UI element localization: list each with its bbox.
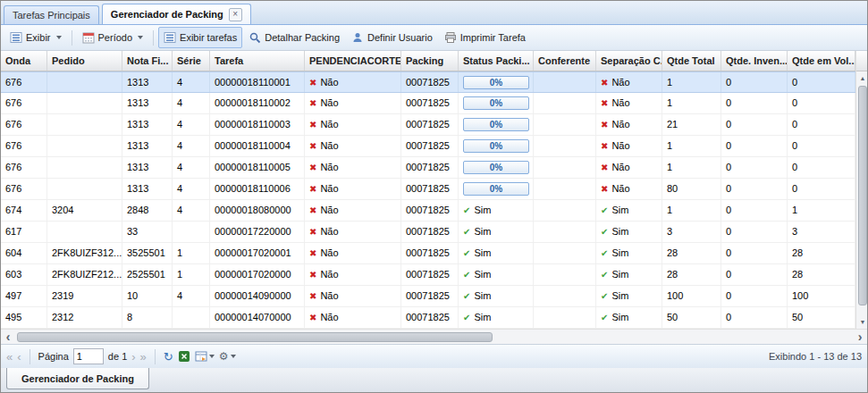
column-header-pedido[interactable]: Pedido	[47, 51, 122, 71]
scroll-down-icon[interactable]: ▼	[856, 315, 868, 329]
column-header-serie[interactable]: Série	[173, 51, 210, 71]
cell-tarefa: 00000018080000	[210, 200, 305, 221]
cell-text: Não	[320, 205, 338, 215]
cross-icon: ✖	[601, 98, 608, 108]
cell-qtde_total: 1	[662, 157, 721, 178]
column-header-qtde_inven[interactable]: Qtde. Inven...	[721, 51, 788, 71]
column-header-separacao[interactable]: Separação C...	[596, 51, 662, 71]
column-header-nota[interactable]: Nota Fi...	[122, 51, 173, 71]
packing-progress-bar: 0%	[463, 76, 529, 89]
cell-pendencia: ✖Não	[305, 157, 401, 178]
cell-qtde_total: 50	[662, 307, 721, 328]
page-input[interactable]	[73, 348, 104, 364]
table-row[interactable]: 6761313400000018110005✖Não000718250%✖Não…	[1, 157, 855, 179]
cell-pedido	[47, 114, 122, 135]
vertical-scrollbar[interactable]: ▲ ▼	[855, 51, 868, 329]
cell-pedido	[47, 157, 122, 178]
table-row[interactable]: 4952312800000014070000✖Não00071825✔Sim✔S…	[1, 307, 855, 329]
scroll-up-icon[interactable]: ▲	[856, 71, 868, 85]
check-icon: ✔	[601, 248, 608, 258]
cell-serie	[173, 222, 210, 242]
table-row[interactable]: 6761313400000018110001✖Não000718250%✖Não…	[1, 71, 855, 93]
column-header-onda[interactable]: Onda	[1, 51, 47, 71]
cell-conferente	[534, 179, 596, 199]
horizontal-scroll-thumb[interactable]	[17, 332, 493, 342]
detalhar-packing-button[interactable]: Detalhar Packing	[243, 27, 345, 48]
vertical-scroll-thumb[interactable]	[858, 86, 867, 305]
column-header-qtde_vol[interactable]: Qtde em Vol...	[788, 51, 855, 71]
cell-packing: 00071825	[401, 264, 459, 285]
cell-packing: 00071825	[401, 222, 459, 242]
cell-packing: 00071825	[401, 307, 459, 328]
scroll-left-icon[interactable]: ‹	[1, 330, 15, 344]
table-row[interactable]: 497231910400000014090000✖Não00071825✔Sim…	[1, 286, 855, 307]
cell-qtde_inven: 0	[721, 264, 788, 285]
cell-text: Não	[320, 247, 338, 258]
cell-separacao: ✔Sim	[596, 243, 662, 263]
close-icon[interactable]: ×	[229, 8, 242, 21]
cell-status: ✔Sim	[459, 243, 534, 263]
cell-pedido: 2319	[47, 286, 122, 306]
definir-usuario-button[interactable]: Definir Usuario	[346, 27, 438, 48]
cell-conferente	[534, 307, 596, 328]
cell-text: Sim	[611, 226, 628, 237]
cell-onda: 676	[1, 136, 47, 156]
cell-nota: 1313	[122, 157, 173, 178]
cell-qtde_total: 3	[662, 222, 721, 242]
cell-pedido	[47, 136, 122, 156]
table-row[interactable]: 6761313400000018110004✖Não000718250%✖Não…	[1, 136, 855, 157]
column-header-conferente[interactable]: Conferente	[534, 51, 596, 71]
cell-qtde_inven: 0	[721, 93, 788, 113]
table-row[interactable]: 67432042848400000018080000✖Não00071825✔S…	[1, 200, 855, 222]
column-header-tarefa[interactable]: Tarefa	[210, 51, 305, 71]
table-row[interactable]: 6173300000017220000✖Não00071825✔Sim✔Sim3…	[1, 222, 855, 243]
cell-text: Sim	[611, 312, 628, 322]
table-row[interactable]: 6761313400000018110006✖Não000718250%✖Não…	[1, 179, 855, 200]
tab-label: Tarefas Principais	[13, 10, 90, 21]
refresh-button[interactable]: ↻	[164, 351, 173, 363]
column-header-packing[interactable]: Packing	[401, 51, 459, 71]
cell-nota: 2848	[122, 200, 173, 221]
toolbar-separator	[153, 30, 154, 46]
column-header-qtde_total[interactable]: Qtde Total	[662, 51, 721, 71]
cell-onda: 495	[1, 307, 47, 328]
cell-tarefa: 00000018110004	[210, 136, 305, 156]
tab-tarefas-principais[interactable]: Tarefas Principais	[4, 5, 99, 24]
settings-button[interactable]: ⚙	[219, 351, 236, 362]
cell-status: ✔Sim	[459, 200, 534, 221]
check-icon: ✔	[463, 227, 470, 237]
cell-pendencia: ✖Não	[305, 307, 401, 328]
page-label: Página	[38, 351, 69, 362]
scroll-right-icon[interactable]: ›	[853, 330, 867, 344]
horizontal-scrollbar[interactable]: ‹ ›	[1, 329, 867, 344]
export-excel-button[interactable]	[178, 350, 190, 363]
column-header-status[interactable]: Status Packi...	[459, 51, 534, 71]
table-row[interactable]: 6761313400000018110002✖Não000718250%✖Não…	[1, 93, 855, 114]
cell-text: Não	[320, 77, 338, 88]
tab-gerenciador-packing[interactable]: Gerenciador de Packing ×	[102, 4, 251, 24]
table-row[interactable]: 6032FK8UIZF212...2525501100000017020000✖…	[1, 264, 855, 286]
toolbar-separator	[155, 349, 156, 364]
exibir-button[interactable]: Exibir	[4, 27, 67, 48]
cell-status: ✔Sim	[459, 222, 534, 242]
export-options-button[interactable]	[195, 350, 215, 363]
cell-onda: 676	[1, 179, 47, 199]
cross-icon: ✖	[601, 78, 608, 88]
table-row[interactable]: 6761313400000018110003✖Não000718250%✖Não…	[1, 114, 855, 136]
first-page-button[interactable]: «	[6, 351, 13, 363]
prev-page-button[interactable]: ‹	[17, 351, 21, 363]
cell-qtde_vol: 50	[788, 307, 855, 328]
cell-status: 0%	[459, 157, 534, 178]
next-page-button[interactable]: ›	[131, 351, 135, 363]
imprimir-tarefa-button[interactable]: Imprimir Tarefa	[439, 27, 531, 48]
last-page-button[interactable]: »	[140, 351, 147, 363]
packing-progress-bar: 0%	[463, 96, 529, 110]
exibir-tarefas-button[interactable]: Exibir tarefas	[158, 27, 242, 48]
table-row[interactable]: 6042FK8UIZF312...3525501100000017020001✖…	[1, 243, 855, 264]
check-icon: ✔	[601, 205, 608, 215]
periodo-button[interactable]: Período	[77, 27, 149, 48]
bottom-tab-gerenciador[interactable]: Gerenciador de Packing	[6, 368, 149, 389]
grid: OndaPedidoNota Fi...SérieTarefaPENDENCIA…	[1, 51, 867, 329]
cell-status: 0%	[459, 72, 534, 92]
column-header-pendencia[interactable]: PENDENCIACORTE	[305, 51, 401, 71]
